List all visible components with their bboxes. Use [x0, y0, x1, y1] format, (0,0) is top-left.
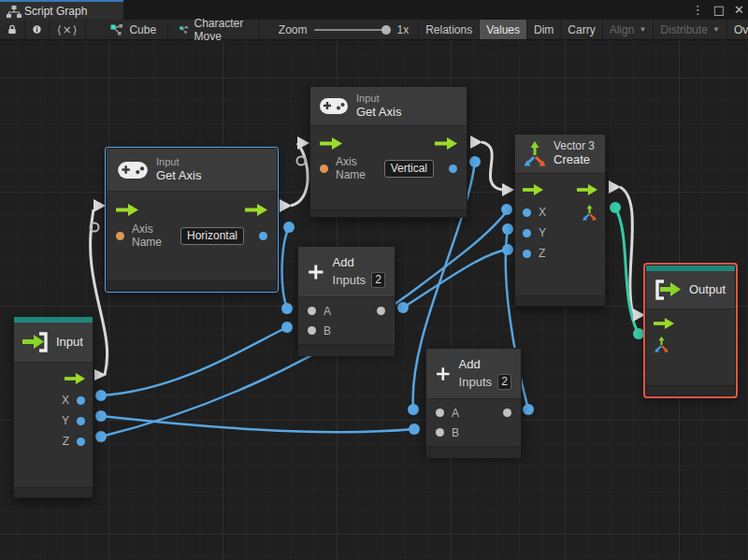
vector3-in-port-icon[interactable] [654, 337, 669, 352]
node-get-axis-vertical[interactable]: Input Get Axis Axis Name Vertical [309, 86, 468, 218]
axis-name-field[interactable]: Horizontal [180, 227, 244, 245]
flow-out-arrow-icon[interactable] [65, 373, 85, 384]
wire-horizontal-to-add1-a[interactable] [282, 227, 289, 309]
port-b[interactable] [436, 428, 444, 437]
axis-name-port[interactable] [116, 232, 124, 240]
plus-icon [436, 360, 451, 388]
wire-flow-horizontal-to-vertical[interactable] [291, 143, 308, 206]
sum-out-port[interactable] [503, 409, 511, 417]
port-a[interactable] [308, 307, 316, 315]
zoom-slider[interactable] [314, 29, 389, 31]
toggle-values[interactable]: Values [479, 20, 526, 39]
port-label: Axis Name [132, 223, 173, 249]
axis-name-port[interactable] [320, 165, 328, 173]
lock-button[interactable] [0, 20, 25, 39]
flow-in-arrow-icon[interactable] [654, 318, 674, 329]
port-label: X [539, 206, 546, 219]
node-category: Vector 3 [554, 140, 595, 152]
node-category: Input [156, 156, 201, 168]
port-a[interactable] [436, 409, 444, 417]
port-bubble [281, 303, 293, 314]
inputs-count-field[interactable]: 2 [371, 272, 385, 288]
toggle-overview[interactable]: Overv [726, 20, 748, 39]
graph-hierarchy-icon [7, 6, 22, 18]
zoom-label: Zoom [279, 23, 308, 36]
info-button[interactable] [25, 20, 50, 39]
flow-out-arrow-icon[interactable] [245, 204, 267, 216]
dropdown-align[interactable]: Align▼ [602, 20, 654, 39]
node-footer [14, 487, 93, 497]
tab-script-graph[interactable]: Script Graph [0, 0, 123, 20]
value-out-port[interactable] [449, 165, 457, 173]
node-add-2[interactable]: Add Inputs 2 A B [425, 348, 522, 454]
node-header[interactable]: Input Get Axis [310, 87, 467, 126]
toggle-dim[interactable]: Dim [526, 20, 560, 39]
breadcrumb-character-move[interactable]: Character Move [168, 20, 260, 39]
wire-inputx-to-add1-b[interactable] [101, 327, 287, 395]
node-footer [646, 385, 735, 395]
node-vector3-create[interactable]: Vector 3 Create X [514, 134, 606, 307]
flow-in-arrow-icon[interactable] [116, 204, 138, 216]
maximize-icon[interactable]: □ [713, 0, 725, 20]
graph-canvas[interactable]: Input Get Axis Axis Name Vertical [0, 40, 748, 560]
inputs-label: Inputs [333, 273, 366, 287]
chevron-down-icon: ▼ [712, 25, 720, 34]
window-controls: ⋮ □ ✕ [692, 0, 744, 20]
node-graph-output[interactable]: Output [645, 265, 736, 396]
inputs-label: Inputs [459, 375, 492, 389]
port-x-out[interactable] [77, 396, 85, 405]
node-header[interactable]: Add Inputs 2 [426, 349, 521, 399]
script-graph-icon [110, 24, 123, 36]
flow-arrowhead-icon [94, 199, 106, 212]
port-bubble [409, 424, 420, 435]
port-label: A [452, 407, 459, 420]
flow-out-arrow-icon[interactable] [577, 184, 597, 195]
node-category: Input [356, 93, 401, 105]
unity-visual-scripting-window: Script Graph ⋮ □ ✕ ⟨×⟩ [0, 0, 748, 560]
lock-icon [7, 23, 17, 36]
inputs-count-field[interactable]: 2 [497, 374, 511, 390]
dropdown-distribute[interactable]: Distribute▼ [653, 20, 726, 39]
port-y-out[interactable] [77, 417, 85, 425]
node-header[interactable]: Input Get Axis [107, 149, 277, 192]
close-icon[interactable]: ✕ [734, 0, 744, 20]
node-header[interactable]: Vector 3 Create [515, 135, 605, 174]
flow-in-arrow-icon[interactable] [320, 137, 342, 150]
node-header[interactable]: Output [646, 271, 735, 309]
port-z[interactable] [523, 250, 531, 258]
flow-arrowhead-icon [470, 136, 482, 149]
wire-flow-vertical-to-vector3[interactable] [482, 142, 502, 190]
port-label: Y [539, 226, 546, 239]
node-graph-input[interactable]: Input X Y Z [13, 316, 94, 498]
port-y[interactable] [523, 229, 531, 237]
wire-flow-vector3-to-output[interactable] [620, 187, 633, 314]
value-out-port[interactable] [259, 232, 267, 240]
port-label: B [452, 426, 459, 439]
window-menu-icon[interactable]: ⋮ [692, 0, 704, 20]
port-label: X [62, 394, 69, 407]
flow-arrowhead-icon [502, 183, 514, 196]
node-get-axis-horizontal[interactable]: Input Get Axis Axis Name Horizontal [106, 148, 278, 292]
node-title: Add [333, 255, 385, 270]
script-graph-icon [180, 24, 188, 36]
port-b[interactable] [308, 326, 316, 335]
node-title: Add [459, 357, 511, 372]
flow-in-arrow-icon[interactable] [523, 184, 543, 195]
node-add-1[interactable]: Add Inputs 2 A B [297, 246, 396, 352]
toggle-relations[interactable]: Relations [418, 20, 479, 39]
code-view-button[interactable]: ⟨×⟩ [50, 20, 86, 39]
flow-arrowhead-icon [297, 136, 309, 150]
zoom-slider-thumb[interactable] [381, 25, 391, 35]
node-header[interactable]: Add Inputs 2 [298, 247, 395, 297]
tab-title: Script Graph [24, 5, 87, 18]
breadcrumb-cube[interactable]: Cube [99, 20, 168, 39]
axis-name-field[interactable]: Vertical [384, 160, 434, 178]
port-z-out[interactable] [77, 438, 85, 446]
port-x[interactable] [523, 208, 531, 217]
node-header[interactable]: Input [14, 323, 93, 363]
flow-out-arrow-icon[interactable] [435, 137, 457, 150]
node-footer [515, 295, 605, 306]
toggle-carry[interactable]: Carry [560, 20, 601, 39]
vector3-out-port-icon[interactable] [582, 205, 597, 221]
sum-out-port[interactable] [377, 307, 385, 315]
